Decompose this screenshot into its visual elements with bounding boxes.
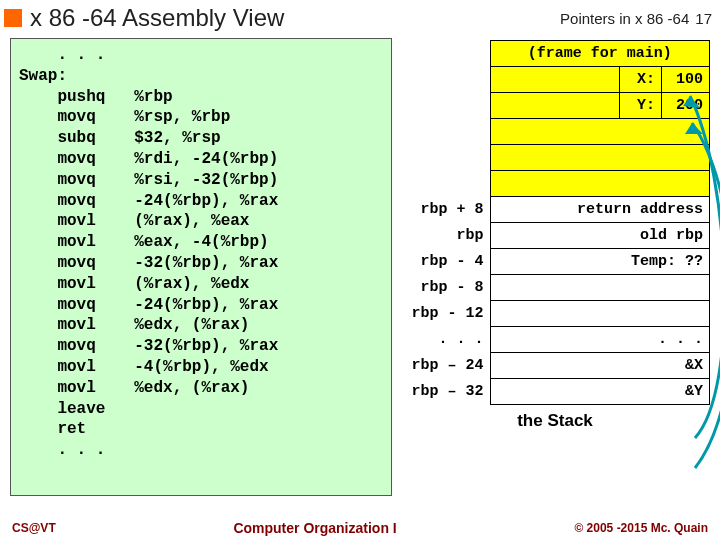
stack-offset-label (400, 119, 490, 145)
stack-cell: &Y (490, 379, 710, 405)
stack-row: X:100 (400, 67, 710, 93)
stack-diagram: (frame for main) X:100Y:200rbp + 8return… (400, 38, 710, 496)
stack-offset-label: rbp (400, 223, 490, 249)
stack-row (400, 171, 710, 197)
stack-var-value: 200 (662, 93, 710, 119)
stack-table: (frame for main) X:100Y:200rbp + 8return… (400, 40, 710, 405)
footer-right: © 2005 -2015 Mc. Quain (574, 521, 708, 535)
stack-cell (490, 119, 710, 145)
slide-header: x 86 -64 Assembly View Pointers in x 86 … (0, 0, 720, 38)
stack-offset-label: rbp - 12 (400, 301, 490, 327)
stack-row: rbp – 24&X (400, 353, 710, 379)
stack-cell (490, 145, 710, 171)
footer-left: CS@VT (12, 521, 56, 535)
stack-cell: &X (490, 353, 710, 379)
page-subtitle: Pointers in x 86 -64 (560, 10, 689, 27)
stack-offset-label (400, 171, 490, 197)
stack-cell: Temp: ?? (490, 249, 710, 275)
slide-footer: CS@VT Computer Organization I © 2005 -20… (0, 520, 720, 536)
stack-cell (490, 93, 620, 119)
stack-offset-label (400, 93, 490, 119)
assembly-code-block: . . . Swap: pushq %rbp movq %rsp, %rbp s… (10, 38, 392, 496)
stack-cell (490, 301, 710, 327)
stack-offset-label (400, 145, 490, 171)
stack-row: rbp - 8 (400, 275, 710, 301)
stack-var-value: 100 (662, 67, 710, 93)
stack-cell: old rbp (490, 223, 710, 249)
stack-cell: return address (490, 197, 710, 223)
stack-offset-label: rbp – 32 (400, 379, 490, 405)
main-content: . . . Swap: pushq %rbp movq %rsp, %rbp s… (0, 38, 720, 496)
stack-row: rbp – 32&Y (400, 379, 710, 405)
stack-row: rbp + 8return address (400, 197, 710, 223)
stack-cell (490, 67, 620, 93)
stack-offset-label: . . . (400, 327, 490, 353)
stack-row (400, 119, 710, 145)
header-accent-square (4, 9, 22, 27)
page-number: 17 (695, 10, 712, 27)
stack-offset-label: rbp - 4 (400, 249, 490, 275)
page-title: x 86 -64 Assembly View (30, 4, 560, 32)
stack-cell (490, 275, 710, 301)
stack-cell: . . . (490, 327, 710, 353)
stack-row: rbpold rbp (400, 223, 710, 249)
stack-row: Y:200 (400, 93, 710, 119)
stack-row: rbp - 12 (400, 301, 710, 327)
stack-cell (490, 171, 710, 197)
stack-row (400, 145, 710, 171)
stack-offset-label (400, 67, 490, 93)
footer-center: Computer Organization I (56, 520, 575, 536)
frame-header: (frame for main) (490, 41, 710, 67)
stack-offset-label: rbp – 24 (400, 353, 490, 379)
stack-offset-label: rbp - 8 (400, 275, 490, 301)
stack-row: rbp - 4Temp: ?? (400, 249, 710, 275)
stack-caption: the Stack (400, 411, 710, 431)
stack-row: . . .. . . (400, 327, 710, 353)
stack-var-name: X: (620, 67, 662, 93)
stack-var-name: Y: (620, 93, 662, 119)
stack-offset-label: rbp + 8 (400, 197, 490, 223)
